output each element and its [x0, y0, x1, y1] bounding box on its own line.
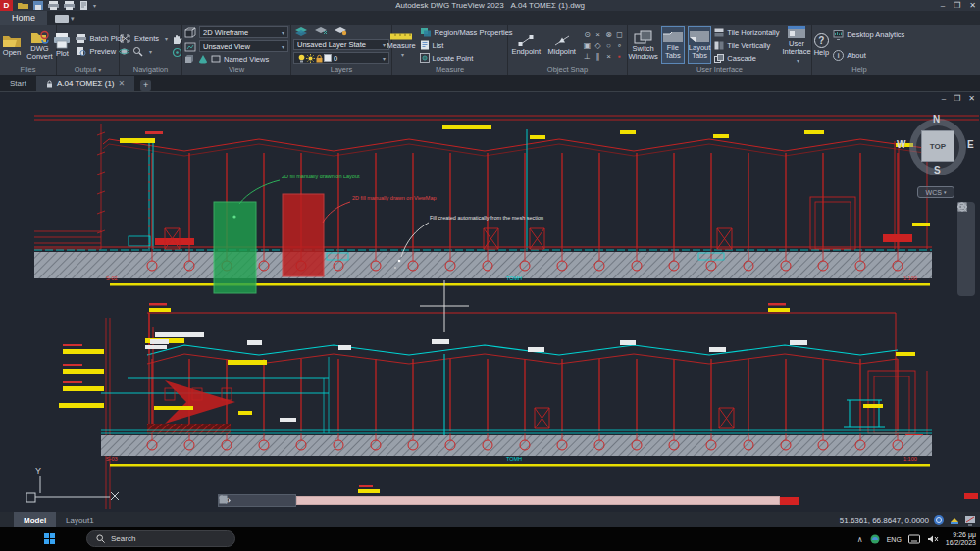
navigation-bar[interactable]	[957, 202, 975, 296]
osnap-parallel-icon[interactable]: ∥	[593, 51, 603, 62]
layer-properties-icon[interactable]	[295, 26, 308, 36]
layout-tabs-button[interactable]: Layout Tabs	[688, 26, 712, 64]
touch-keyboard-icon[interactable]	[908, 534, 920, 544]
layer-state-combo[interactable]: Unsaved Layer State▾	[293, 39, 389, 51]
osnap-quadrant-icon[interactable]: ◇	[593, 40, 603, 51]
taskbar-clock[interactable]: 9:26 μμ 16/2/2023	[946, 531, 976, 547]
osnap-perpendicular-icon[interactable]: ⊥	[582, 51, 593, 62]
new-tab-button[interactable]: +	[140, 80, 151, 91]
osnap-intersection-icon[interactable]: ⊗	[603, 29, 614, 40]
file-tab-bar: Start A.04 ΤΟΜΕΣ (1) ✕ +	[0, 75, 980, 91]
list-button[interactable]: List	[420, 40, 513, 51]
osnap-center-icon[interactable]: ⊙	[582, 29, 593, 40]
osnap-tangent-icon[interactable]: ○	[603, 40, 614, 51]
file-tabs-button[interactable]: File Tabs	[661, 26, 685, 64]
pan-icon[interactable]	[172, 33, 182, 45]
close-button[interactable]: ✕	[969, 0, 976, 11]
annotation-green: 2D fill manually drawn on Layout	[282, 174, 360, 179]
plot-button[interactable]: Plot	[52, 33, 72, 58]
doc-minimize-button[interactable]: –	[942, 94, 946, 103]
viewcube-top-face[interactable]: TOP	[921, 130, 954, 162]
coordinates-readout: 51.6361, 66.8647, 0.0000	[840, 516, 929, 525]
tray-chevron-icon[interactable]: ∧	[857, 535, 863, 544]
command-input-field[interactable]	[296, 496, 780, 505]
viewcube-east[interactable]: E	[967, 139, 974, 150]
osnap-insertion-icon[interactable]: ▣	[582, 40, 593, 51]
restore-button[interactable]: ❐	[954, 0, 960, 11]
switch-windows-button[interactable]: Switch Windows	[628, 30, 657, 61]
status-display-icon[interactable]	[964, 514, 976, 526]
cmd-recent-icon[interactable]	[219, 495, 231, 504]
desktop-analytics-button[interactable]: Desktop Analytics	[833, 29, 904, 40]
viewcube-north[interactable]: N	[933, 114, 940, 125]
user-interface-icon	[787, 25, 806, 39]
cad-drawing: Y	[0, 92, 980, 512]
list-icon	[420, 40, 430, 50]
model-tab[interactable]: Model	[14, 512, 56, 527]
zoom-extents-button[interactable]: Extents▾	[119, 33, 168, 44]
tab-close-icon[interactable]: ✕	[119, 79, 126, 88]
doc-restore-button[interactable]: ❐	[954, 94, 960, 103]
tile-horizontally-button[interactable]: Tile Horizontally	[714, 27, 779, 38]
osnap-extension-icon[interactable]: ◻	[614, 29, 625, 40]
open-button[interactable]: Open	[2, 33, 22, 57]
osnap-none-icon[interactable]: ×	[603, 51, 614, 62]
midpoint-button[interactable]: Midpoint	[546, 34, 579, 56]
tab-start[interactable]: Start	[0, 76, 36, 91]
ribbon-display-toggle[interactable]: ▾	[55, 13, 75, 24]
file-tabs-icon	[662, 30, 684, 43]
help-button[interactable]: ? Help	[814, 33, 829, 57]
region-mass-icon	[420, 27, 432, 37]
window-title: Autodesk DWG TrueView 2023 A.04 ΤΟΜΕΣ (1…	[0, 0, 980, 11]
steering-wheel-icon[interactable]	[172, 47, 182, 58]
layer-combo[interactable]: 0▾	[293, 52, 389, 64]
status-isodraft-icon[interactable]	[949, 514, 960, 526]
minimize-button[interactable]: –	[941, 0, 945, 11]
layer-isolate-icon[interactable]	[335, 26, 347, 36]
dwg-convert-button[interactable]: DWG Convert	[26, 29, 54, 61]
s03-scale: 1:100	[903, 456, 917, 462]
batch-plot-button[interactable]: Batch Plot	[76, 33, 123, 44]
panel-navigation: Extents▾ ▾ Navigation	[120, 25, 182, 75]
windows-start-button[interactable]	[44, 533, 56, 545]
open-folder-icon	[2, 33, 22, 48]
tray-app-icon[interactable]	[870, 534, 880, 544]
visual-style-combo[interactable]: 2D Wireframe▾	[199, 26, 288, 38]
tab-home[interactable]: Home	[0, 11, 47, 25]
tile-vertically-button[interactable]: Tile Vertically	[714, 40, 779, 51]
tab-document[interactable]: A.04 ΤΟΜΕΣ (1) ✕	[36, 76, 134, 91]
doc-close-button[interactable]: ✕	[968, 94, 975, 103]
drawing-canvas[interactable]: Y 2D fill manually drawn on Layout 2D fi…	[0, 91, 980, 512]
viewcube-west[interactable]: W	[897, 139, 905, 150]
zoom-window-icon[interactable]	[132, 46, 143, 57]
osnap-node-icon[interactable]: ×	[593, 29, 603, 40]
measure-button[interactable]: Measure▾	[387, 32, 415, 59]
ribbon-spacer	[906, 25, 980, 75]
endpoint-button[interactable]: Endpoint	[510, 34, 542, 56]
panel-object-snap: Endpoint Midpoint ⊙ × ⊗ ◻ ▣ ◇ ○ ∘ ⊥ ∥ × …	[508, 25, 628, 75]
named-views-button[interactable]: Named Views	[184, 54, 288, 64]
navbar-more-icon[interactable]	[957, 202, 967, 212]
osnap-settings-icon[interactable]: ▪	[614, 51, 625, 62]
locate-point-button[interactable]: Locate Point	[420, 53, 513, 64]
preview-button[interactable]: Preview	[76, 46, 123, 57]
region-mass-button[interactable]: Region/Mass Properties	[420, 27, 513, 38]
orbit-icon[interactable]	[119, 46, 129, 57]
about-button[interactable]: i About	[833, 50, 904, 61]
viewcube-south[interactable]: S	[934, 165, 941, 175]
red-fill-overlay[interactable]	[283, 194, 324, 276]
user-interface-button[interactable]: User Interface▾	[782, 25, 810, 65]
cascade-button[interactable]: Cascade	[714, 53, 779, 64]
status-hardware-icon[interactable]	[933, 514, 945, 526]
command-line-box[interactable]: ✕	[218, 494, 296, 507]
volume-muted-icon[interactable]	[927, 534, 939, 544]
layout1-tab[interactable]: Layout1	[56, 512, 103, 527]
panel-measure: Measure▾ Region/Mass Properties List Loc…	[392, 25, 508, 75]
osnap-nearest-icon[interactable]: ∘	[614, 40, 625, 51]
preview-icon	[76, 47, 86, 56]
taskbar-search[interactable]: Search	[86, 530, 235, 547]
wcs-menu[interactable]: WCS▾	[917, 186, 954, 198]
layer-state-icon[interactable]	[315, 26, 328, 36]
language-indicator[interactable]: ENG	[887, 536, 902, 543]
view-combo[interactable]: Unsaved View▾	[199, 40, 288, 52]
